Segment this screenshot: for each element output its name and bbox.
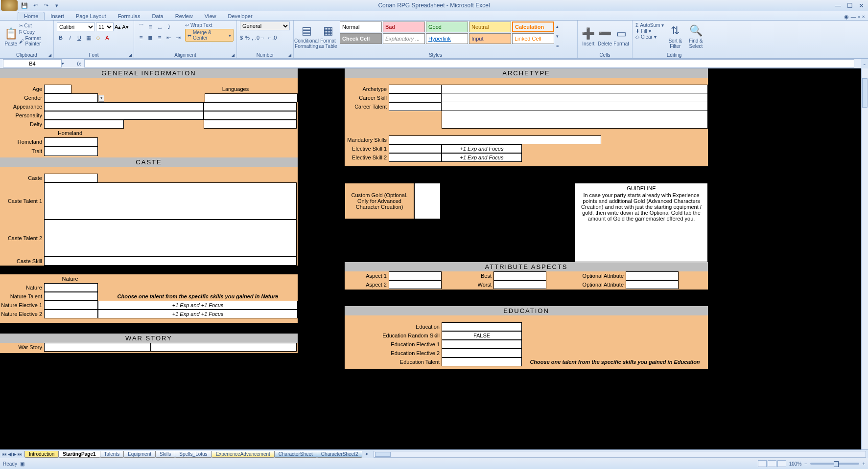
align-right-icon[interactable]: ≡ xyxy=(156,34,164,41)
input-deity[interactable] xyxy=(44,120,124,129)
input-opt-attr-1[interactable] xyxy=(626,271,679,280)
styles-down-icon[interactable]: ▾ xyxy=(556,34,559,39)
insert-cells-button[interactable]: ➕Insert xyxy=(581,22,596,51)
sheet-nav-last-icon[interactable]: ⏭ xyxy=(18,451,23,457)
qat-dropdown-icon[interactable]: ▾ xyxy=(53,1,61,9)
input-war-story-2[interactable] xyxy=(151,343,297,352)
input-archetype[interactable] xyxy=(389,85,442,93)
input-war-story-1[interactable] xyxy=(44,343,151,352)
sheet-nav-prev-icon[interactable]: ◀ xyxy=(8,451,12,457)
input-nature-elective-1[interactable] xyxy=(44,301,98,310)
alignment-launcher-icon[interactable]: ◢ xyxy=(232,53,235,57)
input-elective-skill-2[interactable] xyxy=(389,153,442,162)
dec-decimal-icon[interactable]: ←.0 xyxy=(267,35,277,41)
input-best[interactable] xyxy=(493,271,546,280)
input-worst[interactable] xyxy=(493,280,546,289)
inc-decimal-icon[interactable]: .0→ xyxy=(255,35,265,41)
input-languages-3[interactable] xyxy=(204,111,297,120)
input-aspect-1[interactable] xyxy=(389,271,442,280)
worksheet-area[interactable]: General Information AgeLanguages Gender … xyxy=(0,68,868,458)
tab-home[interactable]: Home xyxy=(18,12,45,20)
input-edu-elective-2[interactable] xyxy=(442,349,522,357)
input-opt-attr-2[interactable] xyxy=(626,280,679,289)
ribbon-restore-icon[interactable]: ▫ xyxy=(858,14,860,20)
input-edu-elective-1[interactable] xyxy=(442,340,522,349)
align-center-icon[interactable]: ≣ xyxy=(146,34,154,41)
style-bad[interactable]: Bad xyxy=(383,22,425,32)
comma-icon[interactable]: , xyxy=(252,35,253,41)
input-nature[interactable] xyxy=(44,283,98,292)
format-painter-button[interactable]: 🖌Format Painter xyxy=(19,36,50,46)
tab-page-layout[interactable]: Page Layout xyxy=(70,12,112,20)
wrap-text-button[interactable]: ↩Wrap Text xyxy=(185,22,234,28)
tab-insert[interactable]: Insert xyxy=(45,12,70,20)
input-archetype-ext[interactable] xyxy=(442,85,708,93)
input-languages-1[interactable] xyxy=(205,93,298,102)
office-button[interactable] xyxy=(1,0,18,11)
macro-record-icon[interactable]: ▣ xyxy=(20,461,24,467)
save-icon[interactable]: 💾 xyxy=(21,1,28,9)
clear-button[interactable]: ◇Clear▾ xyxy=(635,34,664,40)
new-sheet-icon[interactable]: ✦ xyxy=(362,451,372,457)
currency-icon[interactable]: $ xyxy=(240,35,243,41)
fill-button[interactable]: ⬇Fill▾ xyxy=(635,28,664,34)
indent-inc-icon[interactable]: ⇥ xyxy=(174,34,182,41)
orientation-icon[interactable]: ⤸ xyxy=(165,23,173,30)
sheet-nav-first-icon[interactable]: ⏮ xyxy=(2,451,7,457)
style-hyperlink[interactable]: Hyperlink xyxy=(426,33,468,44)
style-linked-cell[interactable]: Linked Cell xyxy=(512,33,554,44)
input-career-skill[interactable] xyxy=(389,93,442,102)
border-button[interactable]: ▦ xyxy=(85,35,93,41)
redo-icon[interactable]: ↷ xyxy=(42,1,50,9)
input-caste[interactable] xyxy=(44,174,98,182)
underline-button[interactable]: U xyxy=(75,35,83,41)
sheet-nav-next-icon[interactable]: ▶ xyxy=(13,451,17,457)
font-launcher-icon[interactable]: ◢ xyxy=(129,53,132,57)
zoom-out-icon[interactable]: − xyxy=(804,461,807,467)
input-edu-talent[interactable] xyxy=(442,357,522,366)
font-name-select[interactable]: Calibri xyxy=(57,22,95,31)
sheet-tab-skills[interactable]: Skills xyxy=(155,451,175,458)
font-color-button[interactable]: A xyxy=(103,35,111,41)
shrink-font-icon[interactable]: A▾ xyxy=(122,24,128,30)
ribbon-close-icon[interactable]: × xyxy=(862,14,865,20)
styles-up-icon[interactable]: ▴ xyxy=(556,24,559,29)
align-middle-icon[interactable]: ≡ xyxy=(146,23,154,30)
style-good[interactable]: Good xyxy=(426,22,468,32)
input-education[interactable] xyxy=(442,322,522,331)
styles-more-icon[interactable]: ≡ xyxy=(556,44,559,48)
format-cells-button[interactable]: ▭Format xyxy=(613,22,629,51)
fill-color-button[interactable]: ◇ xyxy=(94,35,102,41)
minimize-icon[interactable]: — xyxy=(835,2,841,9)
formula-expand-icon[interactable]: ⌄ xyxy=(861,59,868,68)
view-break-icon[interactable] xyxy=(777,460,786,467)
input-personality[interactable] xyxy=(44,111,204,120)
tab-review[interactable]: Review xyxy=(169,12,199,20)
formula-input[interactable] xyxy=(84,59,854,67)
input-gender[interactable] xyxy=(44,93,98,102)
align-top-icon[interactable]: ⎴ xyxy=(137,23,145,30)
paste-button[interactable]: 📋 Paste xyxy=(3,22,19,51)
sheet-tab-charactersheet2[interactable]: CharacterSheet2 xyxy=(317,451,363,458)
number-format-select[interactable]: General xyxy=(240,22,290,30)
value-edu-rand[interactable]: FALSE xyxy=(442,331,522,340)
horizontal-scrollbar[interactable] xyxy=(374,451,866,458)
tab-view[interactable]: View xyxy=(199,12,222,20)
fx-icon[interactable]: fx xyxy=(77,61,81,67)
zoom-in-icon[interactable]: + xyxy=(862,461,865,467)
help-icon[interactable]: ◉ xyxy=(844,14,849,20)
zoom-slider[interactable] xyxy=(810,463,859,465)
merge-center-button[interactable]: ⬌Merge & Center▾ xyxy=(185,29,234,42)
input-nature-elective-2[interactable] xyxy=(44,310,98,318)
input-custom-gold[interactable] xyxy=(414,183,441,219)
style-explanatory[interactable]: Explanatory ... xyxy=(383,33,425,44)
sheet-tab-equipment[interactable]: Equipment xyxy=(123,451,156,458)
input-caste-skill[interactable] xyxy=(44,257,297,266)
sheet-tab-experience[interactable]: ExperienceAdvancement xyxy=(211,451,275,458)
tab-data[interactable]: Data xyxy=(146,12,169,20)
tab-formulas[interactable]: Formulas xyxy=(112,12,146,20)
delete-cells-button[interactable]: ➖Delete xyxy=(597,22,613,51)
tab-developer[interactable]: Developer xyxy=(222,12,258,20)
input-appearance[interactable] xyxy=(44,102,204,111)
format-as-table-button[interactable]: ▦Format as Table xyxy=(318,22,338,51)
